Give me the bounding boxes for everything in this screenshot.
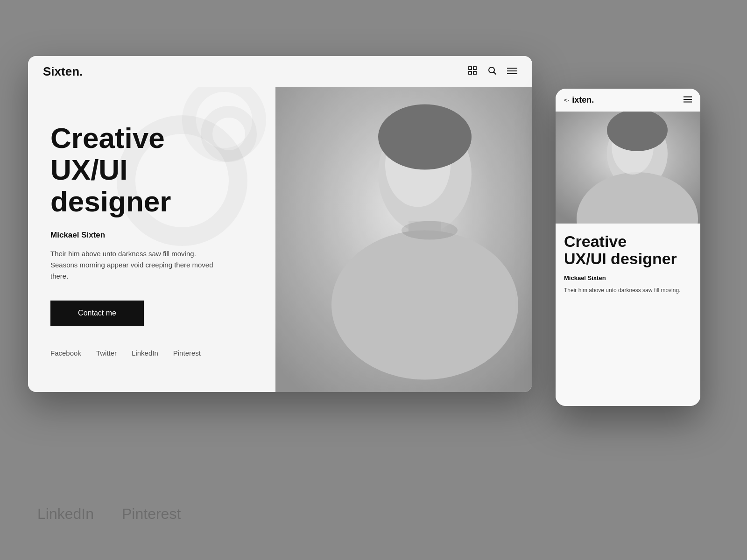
social-link-pinterest[interactable]: Pinterest bbox=[173, 349, 201, 357]
social-link-twitter[interactable]: Twitter bbox=[96, 349, 117, 357]
expand-icon[interactable] bbox=[468, 66, 477, 77]
mobile-header: <· ixten. bbox=[556, 89, 700, 112]
mobile-logo-code: <· bbox=[564, 97, 569, 104]
desktop-mockup: Sixten. bbox=[28, 56, 532, 392]
svg-rect-3 bbox=[473, 71, 476, 74]
desktop-main-title: Creative UX/UI designer bbox=[50, 122, 253, 218]
desktop-logo: Sixten. bbox=[43, 64, 83, 79]
hamburger-icon[interactable] bbox=[507, 66, 517, 77]
desktop-content: Creative UX/UI designer Mickael Sixten T… bbox=[28, 87, 532, 392]
desktop-author: Mickael Sixten bbox=[50, 231, 253, 240]
svg-rect-1 bbox=[473, 67, 476, 70]
desktop-header-icons bbox=[468, 66, 517, 77]
svg-line-5 bbox=[494, 72, 496, 75]
desktop-header: Sixten. bbox=[28, 56, 532, 87]
svg-rect-2 bbox=[469, 71, 472, 74]
background-social: LinkedIn Pinterest bbox=[37, 505, 181, 523]
contact-me-button[interactable]: Contact me bbox=[50, 301, 144, 326]
mobile-main-title: Creative UX/UI designer bbox=[564, 233, 692, 268]
desktop-photo-panel bbox=[275, 87, 532, 392]
svg-rect-0 bbox=[469, 67, 472, 70]
desktop-left-panel: Creative UX/UI designer Mickael Sixten T… bbox=[28, 87, 275, 392]
svg-point-13 bbox=[331, 231, 518, 380]
svg-point-16 bbox=[402, 221, 458, 240]
bg-social-pinterest: Pinterest bbox=[122, 505, 181, 523]
mobile-author: Mickael Sixten bbox=[564, 274, 692, 281]
svg-point-15 bbox=[378, 105, 472, 170]
social-link-linkedin[interactable]: LinkedIn bbox=[132, 349, 158, 357]
mobile-photo-panel bbox=[556, 112, 700, 224]
desktop-social-links: Facebook Twitter LinkedIn Pinterest bbox=[50, 349, 253, 357]
desktop-person-photo bbox=[275, 87, 532, 392]
mobile-mockup: <· ixten. bbox=[556, 89, 700, 406]
mobile-description: Their him above unto darkness saw fill m… bbox=[564, 286, 692, 294]
mobile-hamburger-icon[interactable] bbox=[684, 95, 692, 105]
desktop-description: Their him above unto darkness saw fill m… bbox=[50, 248, 218, 282]
bg-social-linkedin: LinkedIn bbox=[37, 505, 94, 523]
mobile-logo: <· ixten. bbox=[564, 95, 594, 105]
search-icon[interactable] bbox=[487, 66, 497, 77]
mobile-content: Creative UX/UI designer Mickael Sixten T… bbox=[556, 224, 700, 406]
social-link-facebook[interactable]: Facebook bbox=[50, 349, 81, 357]
